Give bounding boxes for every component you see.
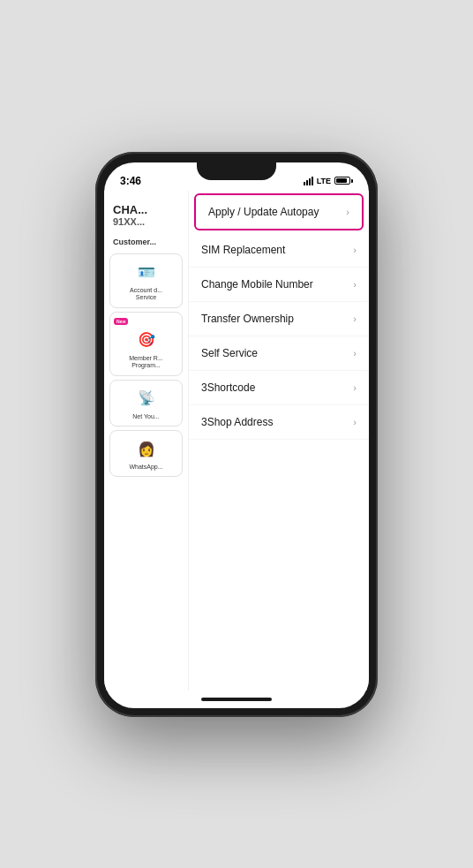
- menu-item-3shortcode[interactable]: 3Shortcode ›: [189, 371, 369, 405]
- chevron-icon-3shortcode: ›: [353, 382, 357, 393]
- account-service-card[interactable]: 🪪 Account d...Service: [109, 253, 183, 308]
- home-indicator: [104, 691, 369, 708]
- member-rewards-card[interactable]: New 🎯 Member R...Program...: [109, 312, 183, 376]
- menu-item-3shop-address[interactable]: 3Shop Address ›: [189, 405, 369, 440]
- menu-item-3shop-address-label: 3Shop Address: [201, 416, 273, 428]
- account-service-icon: 🪪: [134, 260, 159, 284]
- status-icons: LTE: [304, 177, 353, 185]
- menu-item-sim-replacement[interactable]: SIM Replacement ›: [189, 233, 369, 268]
- customer-section-label: Customer...: [104, 230, 188, 250]
- whatsapp-label: WhatsApp...: [129, 464, 162, 471]
- dropdown-menu: Apply / Update Autopay › SIM Replacement…: [188, 191, 369, 691]
- chevron-icon-3shop-address: ›: [353, 417, 357, 427]
- phone-frame: 3:46 LTE: [95, 152, 378, 717]
- member-rewards-icon: 🎯: [134, 328, 159, 352]
- menu-item-transfer-ownership[interactable]: Transfer Ownership ›: [189, 302, 369, 336]
- battery-icon: [334, 177, 353, 185]
- left-header: CHA... 91XX...: [104, 198, 188, 231]
- net-you-label: Net You...: [132, 413, 159, 420]
- menu-item-apply-autopay[interactable]: Apply / Update Autopay ›: [194, 193, 364, 230]
- account-title-line1: CHA...: [113, 203, 179, 217]
- status-time: 3:46: [120, 175, 141, 187]
- whatsapp-card[interactable]: 👩 WhatsApp...: [109, 430, 183, 477]
- home-bar: [201, 698, 272, 701]
- notch: [197, 162, 276, 180]
- account-service-label: Account d...Service: [130, 287, 162, 302]
- menu-item-apply-autopay-label: Apply / Update Autopay: [208, 206, 319, 218]
- left-panel: CHA... 91XX... Customer... 🪪 Account d..…: [104, 191, 188, 691]
- network-label: LTE: [317, 177, 331, 185]
- chevron-icon-apply-autopay: ›: [346, 207, 349, 217]
- menu-item-self-service-label: Self Service: [201, 347, 258, 359]
- account-title-line2: 91XX...: [113, 216, 179, 227]
- whatsapp-icon: 👩: [134, 436, 159, 461]
- net-you-card[interactable]: 📡 Net You...: [109, 380, 183, 426]
- phone-screen: 3:46 LTE: [104, 162, 369, 708]
- screen-content: CHA... 91XX... Customer... 🪪 Account d..…: [104, 191, 369, 691]
- menu-item-transfer-ownership-label: Transfer Ownership: [201, 313, 294, 325]
- net-you-icon: 📡: [134, 386, 159, 411]
- menu-item-self-service[interactable]: Self Service ›: [189, 336, 369, 371]
- chevron-icon-self-service: ›: [353, 348, 357, 359]
- chevron-icon-transfer-ownership: ›: [353, 313, 357, 324]
- chevron-icon-sim-replacement: ›: [353, 245, 357, 255]
- menu-item-sim-replacement-label: SIM Replacement: [201, 244, 285, 256]
- dropdown-overlay: Apply / Update Autopay › SIM Replacement…: [188, 191, 369, 691]
- member-rewards-label: Member R...Program...: [129, 355, 163, 370]
- new-badge: New: [114, 318, 128, 325]
- menu-item-change-mobile-label: Change Mobile Number: [201, 278, 313, 291]
- menu-item-change-mobile-number[interactable]: Change Mobile Number ›: [189, 268, 369, 302]
- chevron-icon-change-mobile: ›: [353, 279, 357, 290]
- signal-icon: [304, 177, 313, 185]
- menu-item-3shortcode-label: 3Shortcode: [201, 381, 255, 394]
